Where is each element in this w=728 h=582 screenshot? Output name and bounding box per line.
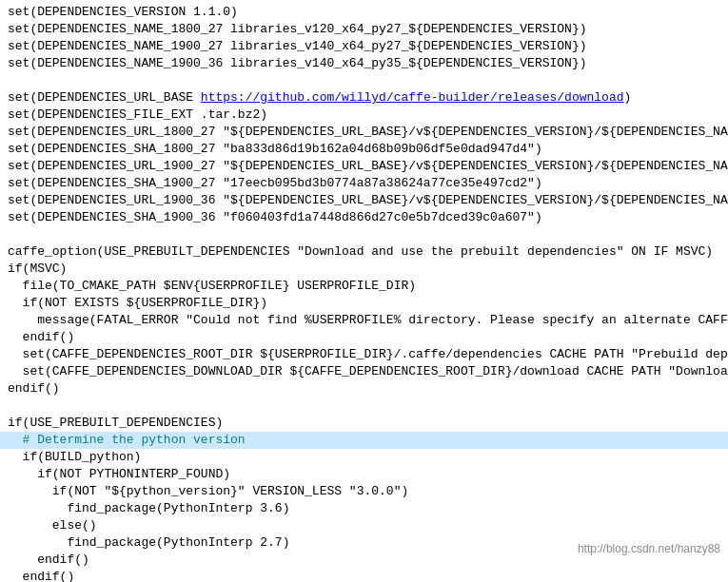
code-line: message(FATAL_ERROR "Could not find %USE…	[0, 312, 728, 329]
code-line: endif()	[0, 569, 728, 582]
code-container: set(DEPENDENCIES_VERSION 1.1.0)set(DEPEN…	[0, 0, 728, 582]
code-line: else()	[0, 517, 728, 534]
code-line: set(DEPENDENCIES_URL_BASE https://github…	[0, 89, 728, 107]
code-line: set(DEPENDENCIES_URL_1800_27 "${DEPENDEN…	[0, 124, 728, 141]
code-line: if(USE_PREBUILT_DEPENDENCIES)	[0, 415, 728, 432]
code-line: endif()	[0, 380, 728, 398]
code-line: endif()	[0, 329, 728, 346]
code-line: if(NOT "${python_version}" VERSION_LESS …	[0, 483, 728, 500]
code-line: set(DEPENDENCIES_FILE_EXT .tar.bz2)	[0, 107, 728, 124]
code-line: set(DEPENDENCIES_SHA_1800_27 "ba833d86d1…	[0, 141, 728, 158]
code-line: find_package(PythonInterp 3.6)	[0, 500, 728, 517]
code-line	[0, 226, 728, 243]
code-line: set(DEPENDENCIES_NAME_1900_36 libraries_…	[0, 55, 728, 72]
code-lines: set(DEPENDENCIES_VERSION 1.1.0)set(DEPEN…	[0, 4, 728, 582]
code-line: set(DEPENDENCIES_SHA_1900_27 "17eecb095b…	[0, 175, 728, 192]
code-line: set(DEPENDENCIES_NAME_1800_27 libraries_…	[0, 21, 728, 38]
code-line: if(NOT PYTHONINTERP_FOUND)	[0, 466, 728, 483]
code-line	[0, 398, 728, 415]
code-line: set(CAFFE_DEPENDENCIES_DOWNLOAD_DIR ${CA…	[0, 363, 728, 380]
code-line: set(DEPENDENCIES_URL_1900_36 "${DEPENDEN…	[0, 192, 728, 209]
code-line: set(DEPENDENCIES_VERSION 1.1.0)	[0, 4, 728, 21]
code-line: if(BUILD_python)	[0, 449, 728, 466]
code-line: file(TO_CMAKE_PATH $ENV{USERPROFILE} USE…	[0, 278, 728, 295]
code-line: caffe_option(USE_PREBUILT_DEPENDENCIES "…	[0, 243, 728, 261]
code-line	[0, 72, 728, 89]
code-line: set(DEPENDENCIES_URL_1900_27 "${DEPENDEN…	[0, 158, 728, 175]
code-line: # Determine the python version	[0, 432, 728, 449]
code-line: set(CAFFE_DEPENDENCIES_ROOT_DIR ${USERPR…	[0, 346, 728, 363]
code-line: set(DEPENDENCIES_SHA_1900_36 "f060403fd1…	[0, 209, 728, 226]
code-line: if(MSVC)	[0, 261, 728, 278]
code-line: set(DEPENDENCIES_NAME_1900_27 libraries_…	[0, 38, 728, 55]
watermark: http://blog.csdn.net/hanzy88	[578, 542, 720, 555]
code-line: if(NOT EXISTS ${USERPROFILE_DIR})	[0, 295, 728, 312]
